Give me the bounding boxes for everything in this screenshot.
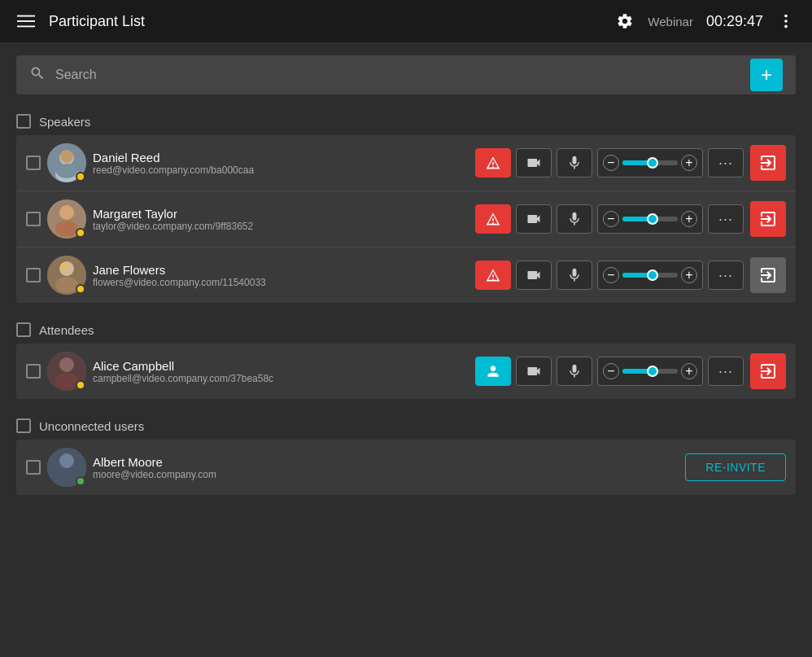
presenter-toggle-button[interactable] — [475, 204, 511, 234]
table-row: Margaret Taylor taylor@video.company.com… — [16, 191, 796, 247]
svg-point-22 — [59, 453, 74, 468]
more-options-button[interactable]: ··· — [708, 357, 744, 386]
presenter-toggle-button[interactable] — [475, 148, 511, 177]
volume-decrease-button[interactable]: − — [603, 155, 619, 171]
unconnected-label: Unconnected users — [39, 419, 144, 433]
table-row: Albert Moore moore@video.company.com RE-… — [16, 440, 796, 495]
session-timer: 00:29:47 — [706, 13, 763, 30]
settings-button[interactable] — [612, 8, 638, 34]
svg-point-17 — [61, 264, 66, 269]
svg-point-12 — [59, 205, 74, 220]
participant-checkbox[interactable] — [26, 212, 41, 226]
svg-rect-0 — [17, 15, 35, 17]
participant-controls: − + ··· — [475, 204, 744, 234]
speakers-section-header: Speakers — [0, 107, 812, 135]
microphone-button[interactable] — [557, 357, 592, 386]
participant-name: Jane Flowers — [93, 263, 469, 277]
more-options-button[interactable]: ··· — [708, 148, 744, 177]
volume-slider[interactable]: − + — [597, 261, 703, 290]
webinar-label: Webinar — [648, 15, 693, 28]
presenter-toggle-button[interactable] — [475, 261, 511, 290]
volume-decrease-button[interactable]: − — [603, 363, 619, 379]
volume-track — [622, 273, 678, 278]
volume-slider[interactable]: − + — [597, 204, 703, 234]
unconnected-section-header: Unconnected users — [0, 412, 812, 440]
svg-point-4 — [784, 20, 788, 23]
participant-info: Jane Flowers flowers@video.company.com/1… — [93, 263, 469, 288]
avatar — [47, 143, 86, 182]
menu-button[interactable] — [13, 8, 39, 34]
participant-email: campbell@video.company.com/37bea58c — [93, 373, 469, 384]
volume-decrease-button[interactable]: − — [603, 267, 619, 283]
page-title: Participant List — [49, 13, 602, 30]
attendees-label: Attendees — [39, 323, 94, 337]
svg-point-9 — [60, 150, 73, 163]
search-bar: + — [16, 55, 796, 94]
table-row: Alice Campbell campbell@video.company.co… — [16, 344, 796, 399]
status-badge — [76, 228, 85, 238]
volume-decrease-button[interactable]: − — [603, 211, 619, 227]
volume-increase-button[interactable]: + — [681, 211, 697, 227]
avatar — [47, 256, 86, 295]
volume-increase-button[interactable]: + — [681, 363, 697, 379]
attendees-section-header: Attendees — [0, 316, 812, 344]
volume-slider[interactable]: − + — [597, 148, 703, 177]
svg-rect-1 — [17, 20, 35, 22]
microphone-button[interactable] — [557, 204, 592, 234]
microphone-button[interactable] — [557, 261, 592, 290]
volume-track — [622, 160, 678, 165]
participant-email: flowers@video.company.com/11540033 — [93, 277, 469, 288]
camera-button[interactable] — [516, 204, 552, 234]
add-participant-button[interactable]: + — [750, 59, 783, 91]
remove-participant-button[interactable] — [750, 353, 786, 389]
status-badge — [76, 284, 85, 294]
participant-checkbox[interactable] — [26, 460, 41, 475]
attendees-select-all-checkbox[interactable] — [16, 322, 31, 337]
participant-name: Albert Moore — [93, 455, 679, 469]
remove-participant-button[interactable] — [750, 145, 786, 181]
svg-point-19 — [59, 357, 74, 372]
table-row: Jane Flowers flowers@video.company.com/1… — [16, 247, 796, 303]
svg-point-3 — [784, 15, 788, 18]
search-input[interactable] — [55, 68, 740, 82]
camera-button[interactable] — [516, 261, 552, 290]
unconnected-list: Albert Moore moore@video.company.com RE-… — [16, 440, 796, 495]
participant-info: Daniel Reed reed@video.company.com/ba000… — [93, 151, 469, 176]
status-badge — [76, 476, 85, 486]
remove-participant-button[interactable] — [750, 257, 786, 293]
volume-increase-button[interactable]: + — [681, 155, 697, 171]
remove-participant-button[interactable] — [750, 201, 786, 237]
participant-email: moore@video.company.com — [93, 469, 679, 480]
status-badge — [76, 172, 85, 182]
svg-rect-2 — [17, 26, 35, 28]
camera-button[interactable] — [516, 148, 552, 177]
avatar — [47, 199, 86, 239]
header-right: Webinar 00:29:47 — [648, 13, 763, 30]
speakers-label: Speakers — [39, 115, 90, 129]
participant-name: Alice Campbell — [93, 359, 469, 373]
unconnected-select-all-checkbox[interactable] — [16, 418, 31, 433]
volume-increase-button[interactable]: + — [681, 267, 697, 283]
attendee-toggle-button[interactable] — [475, 357, 511, 386]
participant-email: reed@video.company.com/ba000caa — [93, 164, 469, 176]
header: Participant List Webinar 00:29:47 — [0, 0, 812, 42]
speakers-select-all-checkbox[interactable] — [16, 114, 31, 129]
camera-button[interactable] — [516, 357, 552, 386]
more-options-button[interactable] — [773, 8, 799, 34]
participant-name: Daniel Reed — [93, 151, 469, 164]
microphone-button[interactable] — [557, 148, 592, 177]
participant-checkbox[interactable] — [26, 268, 41, 283]
svg-point-5 — [784, 25, 788, 28]
volume-track — [622, 217, 678, 221]
svg-point-13 — [55, 221, 78, 237]
volume-track — [622, 369, 678, 374]
more-options-button[interactable]: ··· — [708, 204, 744, 234]
avatar — [47, 352, 86, 391]
volume-slider[interactable]: − + — [597, 357, 703, 386]
participant-info: Alice Campbell campbell@video.company.co… — [93, 359, 469, 384]
reinvite-button[interactable]: RE-INVITE — [685, 453, 786, 481]
participant-checkbox[interactable] — [26, 155, 41, 170]
svg-point-10 — [56, 164, 77, 178]
more-options-button[interactable]: ··· — [708, 261, 744, 290]
participant-checkbox[interactable] — [26, 364, 41, 379]
